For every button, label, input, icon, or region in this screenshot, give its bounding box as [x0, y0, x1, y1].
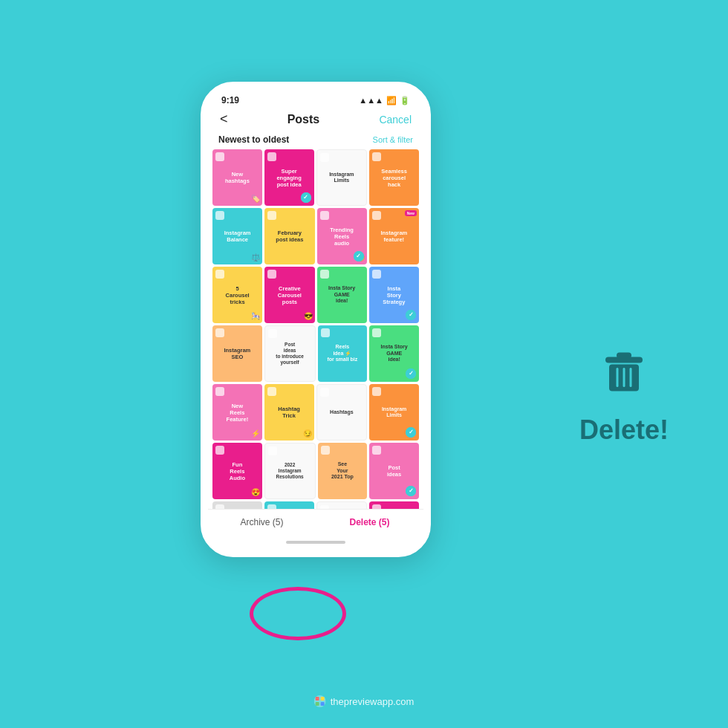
- status-time: 9:19: [221, 95, 239, 105]
- emoji: 😍: [356, 253, 365, 262]
- emoji: ⚡: [251, 429, 260, 438]
- checkbox: [267, 387, 276, 396]
- page-title: Posts: [287, 113, 320, 126]
- emoji: 🏷️: [251, 195, 260, 204]
- phone-mockup: 9:19 ▲▲▲ 📶 🔋 < Posts Cancel Newest to ol…: [201, 82, 431, 557]
- delete-circle-highlight: [250, 587, 346, 640]
- post-cell-insta-feature[interactable]: New Instagramfeature!: [369, 208, 419, 264]
- post-cell-photo[interactable]: photo: [212, 501, 262, 509]
- checkbox: [372, 387, 381, 396]
- footer-website: thepreviewapp.com: [314, 695, 415, 707]
- post-cell-engaging[interactable]: Superengagingpost idea ✓: [264, 149, 314, 206]
- checkbox: [372, 504, 381, 509]
- grid-row: InstagramSEO Postideasto introduceyourse…: [212, 325, 419, 382]
- emoji: 🎠: [251, 312, 260, 321]
- back-button[interactable]: <: [220, 111, 228, 127]
- status-bar: 9:19 ▲▲▲ 📶 🔋: [208, 89, 423, 108]
- post-cell-resolutions[interactable]: 2022InstagramResolutions: [264, 443, 316, 499]
- post-cell-post-ideas[interactable]: Postideas ✓: [369, 443, 419, 499]
- grid-row: 5Carouseltricks 🎠 CreativeCarouselposts …: [212, 267, 419, 323]
- checkbox: [320, 153, 329, 162]
- battery-icon: 🔋: [400, 96, 410, 105]
- status-icons: ▲▲▲ 📶 🔋: [359, 96, 410, 105]
- emoji: ⚖️: [251, 253, 260, 262]
- checkbox: [321, 446, 330, 455]
- post-cell-story-strategy[interactable]: InstaStoryStrategy ✓: [369, 267, 419, 323]
- checkbox: [267, 211, 276, 220]
- svg-rect-9: [316, 702, 319, 706]
- emoji: ⚡: [408, 429, 417, 438]
- post-cell-caption-ideas[interactable]: Captionideas ✓: [369, 501, 419, 509]
- post-cell-hashtag-trick[interactable]: HashtagTrick 😏: [264, 384, 314, 441]
- checkbox: [268, 329, 277, 338]
- signal-icon: ▲▲▲: [359, 96, 383, 105]
- posts-grid: Newhashtags 🏷️ Superengagingpost idea ✓ …: [208, 149, 423, 509]
- sort-order-label: Newest to oldest: [218, 134, 289, 145]
- checkbox: [267, 152, 276, 161]
- post-cell-new-reels[interactable]: NewReelsFeature! ⚡: [212, 384, 262, 441]
- post-cell-insta-seo[interactable]: InstagramSEO: [212, 325, 262, 382]
- checkbox: [321, 328, 330, 337]
- grid-row: InstagramBalance ⚖️ Februarypost ideas T…: [212, 208, 419, 264]
- emoji: 😎: [304, 312, 313, 321]
- post-cell-insta-balance[interactable]: InstagramBalance ⚖️: [212, 208, 262, 264]
- checkbox: [215, 504, 224, 509]
- website-text: thepreviewapp.com: [331, 696, 415, 707]
- preview-logo-icon: [314, 695, 326, 707]
- scene: 9:19 ▲▲▲ 📶 🔋 < Posts Cancel Newest to ol…: [0, 0, 728, 728]
- grid-row: photo InstagramNews! 🔤 Captionideas ✓: [212, 501, 419, 509]
- post-cell-reels-idea[interactable]: Reelsidea ⚡for small biz: [318, 325, 368, 382]
- emoji: 😏: [303, 429, 312, 438]
- delete-button[interactable]: Delete (5): [316, 510, 423, 535]
- post-cell-creative-carousel[interactable]: CreativeCarouselposts 😎: [264, 267, 314, 323]
- checkbox: [267, 270, 276, 279]
- post-cell-story-game-1[interactable]: Insta StoryGAMEidea!: [317, 267, 367, 323]
- nav-bar: < Posts Cancel: [208, 108, 423, 131]
- post-cell-insta-news[interactable]: InstagramNews!: [264, 501, 314, 509]
- svg-rect-10: [321, 702, 325, 706]
- home-indicator: [208, 535, 423, 550]
- checkbox: [215, 328, 224, 337]
- checkbox: [320, 388, 329, 397]
- svg-rect-8: [321, 697, 325, 701]
- archive-button[interactable]: Archive (5): [208, 510, 316, 535]
- post-cell-insta-limits[interactable]: InstagramLimits ⚡ ✓: [369, 384, 419, 441]
- post-cell-new-hashtags[interactable]: Newhashtags 🏷️: [212, 149, 262, 206]
- checkbox: [372, 446, 381, 455]
- home-bar: [286, 541, 345, 544]
- post-cell-2021-top[interactable]: SeeYour2021 Top: [318, 443, 368, 499]
- checkbox: [372, 270, 381, 279]
- post-cell-trending-reels[interactable]: TrendingReelsaudio 😍 ✓: [317, 208, 367, 264]
- checkbox: [320, 270, 329, 279]
- new-badge: New: [405, 210, 417, 216]
- post-cell-february[interactable]: Februarypost ideas: [264, 208, 314, 264]
- post-cell-fun-reels[interactable]: FunReelsAudio 😍: [212, 443, 262, 499]
- checkbox: [267, 504, 276, 509]
- checkbox: [372, 211, 381, 220]
- cancel-button[interactable]: Cancel: [379, 114, 412, 126]
- post-cell-instagram-limits[interactable]: InstagramLimits: [316, 149, 368, 206]
- emoji: 😍: [251, 488, 260, 497]
- grid-row: Newhashtags 🏷️ Superengagingpost idea ✓ …: [212, 149, 419, 206]
- svg-rect-1: [617, 352, 631, 358]
- post-cell-carousel-hack[interactable]: Seamlesscarouselhack: [369, 149, 419, 206]
- checkbox: [215, 270, 224, 279]
- grid-row: NewReelsFeature! ⚡ HashtagTrick 😏 Hashta…: [212, 384, 419, 441]
- post-cell-hashtags[interactable]: Hashtags: [316, 384, 368, 441]
- checkbox: [215, 446, 224, 455]
- post-cell-puzzle[interactable]: 🔤: [316, 501, 368, 509]
- post-cell-story-game-2[interactable]: Insta StoryGAMEidea! ✓: [369, 325, 419, 382]
- post-cell-carousel-tricks[interactable]: 5Carouseltricks 🎠: [212, 267, 262, 323]
- trash-icon: [594, 343, 654, 403]
- checkbox: [215, 152, 224, 161]
- checkbox: [215, 211, 224, 220]
- checkbox: [320, 211, 329, 220]
- sort-filter-button[interactable]: Sort & filter: [373, 135, 413, 144]
- delete-label: Delete!: [579, 415, 669, 446]
- post-cell-post-ideas-intro[interactable]: Postideasto introduceyourself: [264, 325, 316, 382]
- checkbox: [372, 152, 381, 161]
- grid-row: FunReelsAudio 😍 2022InstagramResolutions…: [212, 443, 419, 499]
- checkbox: [268, 446, 277, 455]
- svg-rect-7: [316, 697, 319, 701]
- bottom-action-bar: Archive (5) Delete (5): [208, 509, 423, 535]
